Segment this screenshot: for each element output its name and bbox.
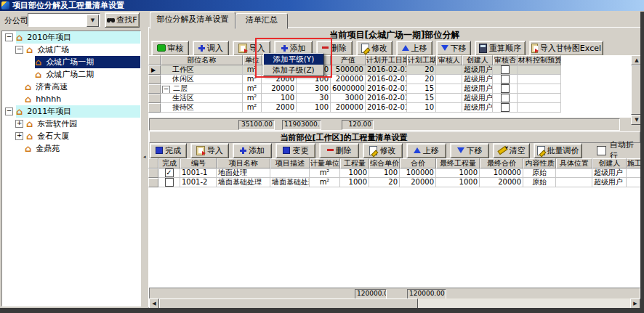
cell[interactable]: 原始 xyxy=(523,168,556,178)
tree-item[interactable]: ⌂众城广场一期 xyxy=(2,56,140,68)
cell[interactable] xyxy=(518,94,561,103)
cell[interactable]: 超级用户 xyxy=(592,168,627,178)
tree-item[interactable]: +⌂金石大厦 xyxy=(2,130,140,142)
cell[interactable]: 20000 xyxy=(400,178,436,187)
cell[interactable]: 1001-2 xyxy=(180,178,217,187)
column-header[interactable]: 完成 xyxy=(158,158,180,168)
import-button[interactable]: 导入 xyxy=(190,143,229,158)
menu-item-add-sibling[interactable]: 添加平级(Y) xyxy=(264,54,323,65)
tree-item[interactable]: +⌂东营软件园 xyxy=(2,118,140,130)
change-button[interactable]: 变更 xyxy=(275,143,315,158)
row-selector[interactable] xyxy=(148,84,161,94)
collapse-icon[interactable]: − xyxy=(5,107,13,115)
column-header[interactable]: 项目名称 xyxy=(217,158,270,168)
cell[interactable]: m² xyxy=(310,178,340,187)
cell[interactable] xyxy=(493,65,518,75)
cell[interactable]: 1000 xyxy=(436,168,480,178)
checkbox[interactable]: ✓ xyxy=(165,168,174,177)
tree-item[interactable]: ⌂济青高速 xyxy=(2,81,140,93)
column-header[interactable]: 编号 xyxy=(180,158,217,168)
cell[interactable] xyxy=(556,168,592,178)
cell[interactable]: −二层 xyxy=(161,84,243,94)
import-gantt-excel-button[interactable]: 导入甘特图Excel xyxy=(529,41,603,56)
checkbox[interactable] xyxy=(501,75,510,84)
cell[interactable] xyxy=(556,178,592,187)
cell[interactable] xyxy=(436,103,462,113)
collapse-icon[interactable]: − xyxy=(15,46,23,54)
cell[interactable]: 100 xyxy=(297,103,331,113)
cell[interactable]: 300 xyxy=(297,84,331,94)
table-row[interactable]: ✓1001-1地面处理m²10001001000001000100000原始超级… xyxy=(148,168,644,178)
cell[interactable]: 墙面基础处理 xyxy=(217,178,270,187)
row-selector[interactable] xyxy=(148,94,161,103)
cell[interactable]: 6000000 xyxy=(331,84,366,94)
column-header[interactable]: 产值 xyxy=(331,55,366,65)
cell[interactable] xyxy=(436,65,462,75)
column-header[interactable]: 最终合价 xyxy=(480,158,523,168)
checkbox[interactable] xyxy=(501,94,510,102)
cell[interactable]: 生活区 xyxy=(161,94,243,103)
scroll-left-icon[interactable]: ◀ xyxy=(149,298,159,309)
recalc-order-button[interactable]: 重算顺序 xyxy=(475,41,526,56)
cell[interactable] xyxy=(436,84,462,94)
row-selector[interactable] xyxy=(148,168,158,178)
cell[interactable]: 原始 xyxy=(523,178,556,187)
horizontal-scrollbar-thumb[interactable] xyxy=(159,298,418,309)
tree-item[interactable]: −⌂2010年项目 xyxy=(2,31,140,44)
cell[interactable]: 地面处理 xyxy=(217,168,270,178)
cell[interactable]: 2016-02-01 xyxy=(366,65,407,75)
column-header[interactable]: 合价 xyxy=(400,158,436,168)
autowrap-checkbox[interactable] xyxy=(597,146,606,155)
cell[interactable]: 100000 xyxy=(480,168,523,178)
cell[interactable]: 15 xyxy=(407,84,436,94)
move-down-button[interactable]: 下移 xyxy=(436,41,471,56)
column-header[interactable]: 审核人 xyxy=(436,55,462,65)
cell[interactable]: 500000 xyxy=(331,65,366,75)
cell[interactable]: m² xyxy=(243,75,262,84)
cell[interactable]: 3000 xyxy=(331,94,366,103)
cell[interactable]: 30 xyxy=(297,94,331,103)
expand-icon[interactable]: + xyxy=(15,120,23,128)
row-selector[interactable]: ▶ xyxy=(148,65,161,75)
cell[interactable]: 接待区 xyxy=(161,103,243,113)
cell[interactable]: 20000 xyxy=(480,178,523,187)
checkbox[interactable] xyxy=(501,84,510,93)
splitter-collapse-icon[interactable]: ◂ xyxy=(143,154,146,160)
title-bar[interactable]: 项目部位分解及工程量清单设置 xyxy=(0,0,644,11)
column-header[interactable]: 计量单位 xyxy=(310,158,340,168)
cell[interactable]: m² xyxy=(243,65,262,75)
tree-item[interactable]: ⌂众城广场二期 xyxy=(2,68,140,81)
expand-icon[interactable]: + xyxy=(15,132,23,140)
column-header[interactable]: 最终工程量 xyxy=(436,158,480,168)
column-header[interactable]: 具体位置 xyxy=(556,158,592,168)
checkbox[interactable] xyxy=(501,65,510,74)
selector-header[interactable] xyxy=(148,158,158,168)
cell[interactable]: m² xyxy=(243,103,262,113)
cell[interactable] xyxy=(518,103,561,113)
table-row[interactable]: 接待区m²20001002000002016-02-0110超级用户 xyxy=(148,103,561,113)
cell[interactable]: 2000 xyxy=(262,103,297,113)
column-header[interactable]: 项目描述 xyxy=(270,158,310,168)
cell[interactable]: 20 xyxy=(407,75,436,84)
cell[interactable]: 10 xyxy=(407,103,436,113)
cell[interactable]: 1000 xyxy=(436,178,480,187)
table-row[interactable]: 1001-2墙面基础处理墙面基础处理m²10002020000100020000… xyxy=(148,178,644,187)
cell[interactable]: 20 xyxy=(369,178,400,187)
cell[interactable]: 1000 xyxy=(340,178,369,187)
cell[interactable]: 15 xyxy=(407,94,436,103)
add-button[interactable]: 添加 xyxy=(233,143,273,158)
move-down-button[interactable]: 下移 xyxy=(450,143,490,158)
tree-item[interactable]: −⌂2011年项目 xyxy=(2,105,140,118)
column-header[interactable]: 计划开工日期 xyxy=(366,55,407,65)
menu-item-add-child[interactable]: 添加子级(Z) xyxy=(264,65,323,76)
table-row[interactable]: −二层m²2000030060000002016-02-0115超级用户 xyxy=(148,84,561,94)
column-header[interactable]: 单位 xyxy=(243,55,262,65)
clear-button[interactable]: 清空 xyxy=(493,143,530,158)
cell[interactable]: ✓ xyxy=(158,168,180,178)
move-up-button[interactable]: 上移 xyxy=(396,41,432,56)
column-header[interactable]: 工程量 xyxy=(340,158,369,168)
cell[interactable] xyxy=(436,94,462,103)
selector-header[interactable] xyxy=(148,55,161,65)
column-header[interactable]: 计划工期 xyxy=(407,55,436,65)
row-selector[interactable] xyxy=(148,103,161,113)
